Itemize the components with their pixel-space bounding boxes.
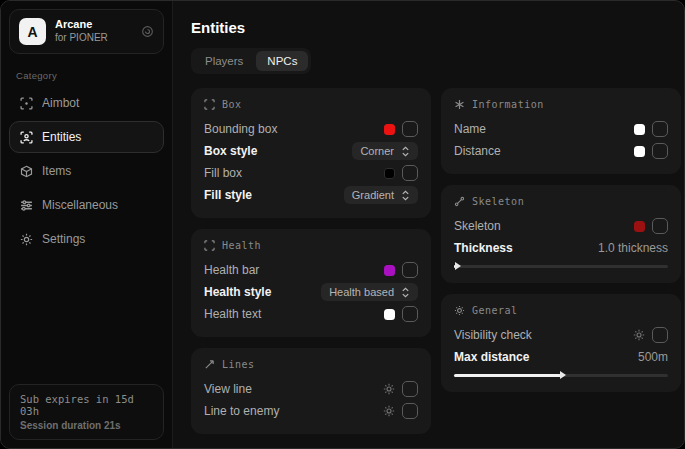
health-card-header: Health	[204, 240, 418, 251]
health-brackets-icon	[204, 240, 215, 251]
chevron-updown-icon	[401, 146, 410, 157]
health-text-row: Health text	[204, 303, 418, 325]
name-row: Name	[454, 118, 668, 140]
category-label: Category	[16, 70, 158, 81]
box-style-row: Box style Corner	[204, 140, 418, 162]
skeleton-checkbox[interactable]	[652, 218, 668, 234]
distance-checkbox[interactable]	[652, 143, 668, 159]
fill-box-checkbox[interactable]	[402, 165, 418, 181]
row-label: Box style	[204, 144, 257, 158]
target-tabs: Players NPCs	[191, 48, 311, 74]
bounding-box-checkbox[interactable]	[402, 121, 418, 137]
sidebar-item-label: Miscellaneous	[42, 198, 118, 212]
dropdown-value: Corner	[360, 145, 394, 157]
health-bar-row: Health bar	[204, 259, 418, 281]
health-card: Health Health bar Health style Health ba…	[191, 229, 431, 337]
session-duration-text: Session duration 21s	[20, 420, 153, 431]
tab-npcs[interactable]: NPCs	[256, 51, 308, 71]
gear-icon[interactable]	[383, 383, 395, 395]
health-style-dropdown[interactable]: Health based	[321, 283, 418, 301]
sidebar: A Arcane for PIONER Category A	[1, 1, 173, 448]
row-label: Max distance	[454, 350, 529, 364]
skeleton-row: Skeleton	[454, 215, 668, 237]
sidebar-item-label: Entities	[42, 130, 81, 144]
color-swatch[interactable]	[384, 265, 395, 276]
row-label: Health bar	[204, 263, 259, 277]
visibility-check-row: Visibility check	[454, 324, 668, 346]
tab-players[interactable]: Players	[194, 51, 254, 71]
color-swatch[interactable]	[634, 124, 645, 135]
card-title: Box	[222, 99, 242, 110]
fill-box-row: Fill box	[204, 162, 418, 184]
health-text-checkbox[interactable]	[402, 306, 418, 322]
general-card: General Visibility check	[441, 294, 681, 392]
slider-thumb[interactable]	[560, 371, 566, 379]
max-distance-slider[interactable]	[454, 370, 668, 380]
view-line-row: View line	[204, 378, 418, 400]
lines-card-header: Lines	[204, 359, 418, 370]
max-distance-value: 500m	[638, 350, 668, 364]
name-checkbox[interactable]	[652, 121, 668, 137]
app-logo: A	[19, 18, 46, 45]
chevron-updown-icon	[401, 190, 410, 201]
color-swatch[interactable]	[384, 168, 395, 179]
card-title: Lines	[222, 359, 255, 370]
color-swatch[interactable]	[634, 221, 645, 232]
slider-thumb[interactable]	[455, 262, 461, 270]
box-card: Box Bounding box Box style Corner	[191, 88, 431, 218]
line-to-enemy-row: Line to enemy	[204, 400, 418, 422]
slider-fill	[454, 374, 561, 377]
sidebar-item-label: Aimbot	[42, 96, 79, 110]
row-label: Fill box	[204, 166, 242, 180]
crosshair-icon	[19, 97, 33, 110]
sidebar-item-miscellaneous[interactable]: Miscellaneous	[9, 189, 164, 221]
card-title: General	[472, 305, 518, 316]
left-column: Box Bounding box Box style Corner	[191, 88, 431, 434]
gear-icon[interactable]	[383, 405, 395, 417]
subscription-info: Sub expires in 15d 03h Session duration …	[9, 384, 164, 440]
chevron-updown-icon	[401, 287, 410, 298]
row-label: Line to enemy	[204, 404, 279, 418]
color-swatch[interactable]	[634, 146, 645, 157]
app-name: Arcane	[55, 18, 132, 32]
visibility-check-checkbox[interactable]	[652, 327, 668, 343]
row-label: Fill style	[204, 188, 252, 202]
row-label: Thickness	[454, 241, 513, 255]
health-style-row: Health style Health based	[204, 281, 418, 303]
row-label: Bounding box	[204, 122, 277, 136]
thickness-value: 1.0 thickness	[598, 241, 668, 255]
settings-columns: Box Bounding box Box style Corner	[191, 88, 681, 434]
sidebar-item-label: Items	[42, 164, 71, 178]
card-title: Information	[472, 99, 544, 110]
max-distance-row: Max distance 500m	[454, 346, 668, 368]
thickness-slider[interactable]	[454, 261, 668, 271]
skeleton-card: Skeleton Skeleton Thickness 1.0 thicknes…	[441, 185, 681, 283]
package-icon	[19, 165, 33, 178]
color-swatch[interactable]	[384, 309, 395, 320]
slider-track	[454, 265, 668, 268]
row-label: Name	[454, 122, 486, 136]
health-bar-checkbox[interactable]	[402, 262, 418, 278]
sidebar-item-entities[interactable]: Entities	[9, 121, 164, 153]
color-swatch[interactable]	[384, 124, 395, 135]
sidebar-item-label: Settings	[42, 232, 85, 246]
refresh-icon[interactable]	[141, 25, 154, 38]
skeleton-card-header: Skeleton	[454, 196, 668, 207]
fill-style-dropdown[interactable]: Gradient	[344, 186, 418, 204]
view-line-checkbox[interactable]	[402, 381, 418, 397]
box-style-dropdown[interactable]: Corner	[352, 142, 418, 160]
main-content: Entities Players NPCs Box	[173, 1, 685, 448]
gear-icon[interactable]	[633, 329, 645, 341]
sidebar-item-items[interactable]: Items	[9, 155, 164, 187]
line-to-enemy-checkbox[interactable]	[402, 403, 418, 419]
right-column: Information Name Distance	[441, 88, 681, 392]
gear-icon	[19, 233, 33, 246]
general-card-header: General	[454, 305, 668, 316]
sidebar-item-settings[interactable]: Settings	[9, 223, 164, 255]
fill-style-row: Fill style Gradient	[204, 184, 418, 206]
row-label: Visibility check	[454, 328, 532, 342]
entity-scan-icon	[19, 131, 33, 144]
app-identity: Arcane for PIONER	[55, 18, 132, 44]
sidebar-item-aimbot[interactable]: Aimbot	[9, 87, 164, 119]
sliders-icon	[19, 199, 33, 212]
